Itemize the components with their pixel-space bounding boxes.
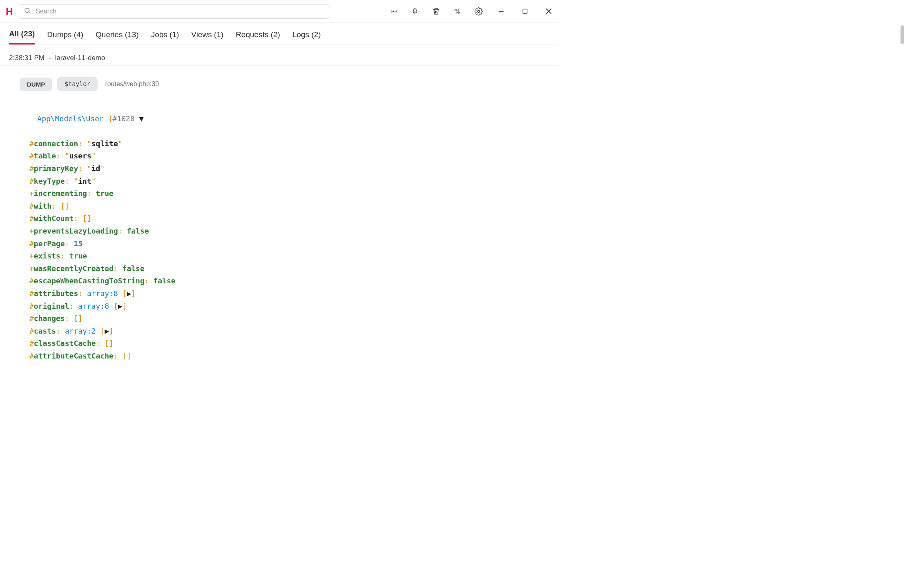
dump-output: App\Models\User {#1020 ▼ #connection: "s… — [20, 100, 550, 363]
toolbar-actions — [390, 7, 483, 16]
dump-property: #original: array:8 [▶] — [29, 300, 550, 313]
dump-property: #with: [] — [29, 200, 550, 213]
dump-property: #changes: [] — [29, 312, 550, 325]
filter-tab[interactable]: All (23) — [9, 29, 35, 45]
trash-icon[interactable] — [432, 7, 440, 16]
search-input[interactable] — [19, 4, 329, 19]
svg-point-0 — [25, 8, 29, 13]
maximize-button[interactable] — [520, 7, 529, 16]
dump-property: +wasRecentlyCreated: false — [29, 263, 550, 275]
dump-property: #escapeWhenCastingToString: false — [29, 275, 550, 287]
dump-class[interactable]: App\Models\User — [37, 114, 104, 123]
filter-tab[interactable]: Dumps (4) — [47, 30, 83, 44]
filter-tab[interactable]: Requests (2) — [236, 30, 280, 44]
svg-point-2 — [393, 11, 394, 12]
expand-caret-icon[interactable]: ▶ — [127, 289, 131, 298]
dump-property: #withCount: [] — [29, 212, 550, 225]
search-icon — [24, 7, 31, 16]
entry-header: 2:38:31 PM - laravel-11-demo — [0, 45, 559, 66]
filter-tab[interactable]: Queries (13) — [96, 30, 139, 44]
filter-tab[interactable]: Views (1) — [191, 30, 223, 44]
dump-property: #perPage: 15 — [29, 238, 550, 250]
gear-icon[interactable] — [475, 7, 483, 16]
dump-property: #keyType: "int" — [29, 175, 550, 188]
collapse-caret-icon[interactable]: ▼ — [139, 114, 144, 123]
pin-icon[interactable] — [411, 7, 419, 16]
broadcast-icon[interactable] — [390, 7, 398, 16]
dump-property: +incrementing: true — [29, 187, 550, 200]
svg-rect-8 — [523, 9, 527, 13]
search-wrap — [19, 4, 377, 19]
svg-line-1 — [29, 12, 30, 13]
dump-property: +preventsLazyLoading: false — [29, 225, 550, 238]
dump-area: DUMP $taylor routes/web.php:30 App\Model… — [0, 66, 559, 363]
titlebar: H — [0, 0, 559, 23]
sort-icon[interactable] — [453, 7, 461, 16]
open-brace: { — [108, 114, 113, 123]
filter-tab[interactable]: Logs (2) — [292, 30, 321, 44]
filter-tab[interactable]: Jobs (1) — [151, 30, 179, 44]
dump-property: #table: "users" — [29, 150, 550, 163]
dump-type-badge: DUMP — [20, 78, 52, 91]
app-logo: H — [6, 6, 12, 17]
expand-caret-icon[interactable]: ▶ — [118, 302, 123, 310]
entry-time: 2:38:31 PM — [9, 54, 45, 62]
dump-property: #attributes: array:8 [▶] — [29, 287, 550, 300]
dump-property: #connection: "sqlite" — [29, 138, 550, 150]
dump-var-badge: $taylor — [57, 77, 98, 91]
dump-property: #primaryKey: "id" — [29, 163, 550, 175]
expand-caret-icon[interactable]: ▶ — [105, 327, 109, 335]
filter-tabs: All (23)Dumps (4)Queries (13)Jobs (1)Vie… — [0, 23, 559, 45]
minimize-button[interactable] — [497, 7, 506, 16]
svg-point-6 — [478, 10, 480, 12]
entry-sep: - — [49, 54, 51, 62]
close-button[interactable] — [544, 7, 553, 16]
dump-property: +exists: true — [29, 250, 550, 263]
dump-property: #attributeCastCache: [] — [29, 350, 550, 363]
dump-property: #dateFormat: null — [29, 362, 550, 363]
dump-source-ref[interactable]: routes/web.php:30 — [105, 80, 159, 88]
dump-badges: DUMP $taylor routes/web.php:30 — [20, 77, 550, 91]
window-controls — [497, 7, 553, 16]
dump-property: #casts: array:2 [▶] — [29, 325, 550, 338]
dump-object-id: #1020 — [113, 114, 135, 123]
entry-source: laravel-11-demo — [55, 54, 105, 62]
dump-property: #classCastCache: [] — [29, 337, 550, 350]
